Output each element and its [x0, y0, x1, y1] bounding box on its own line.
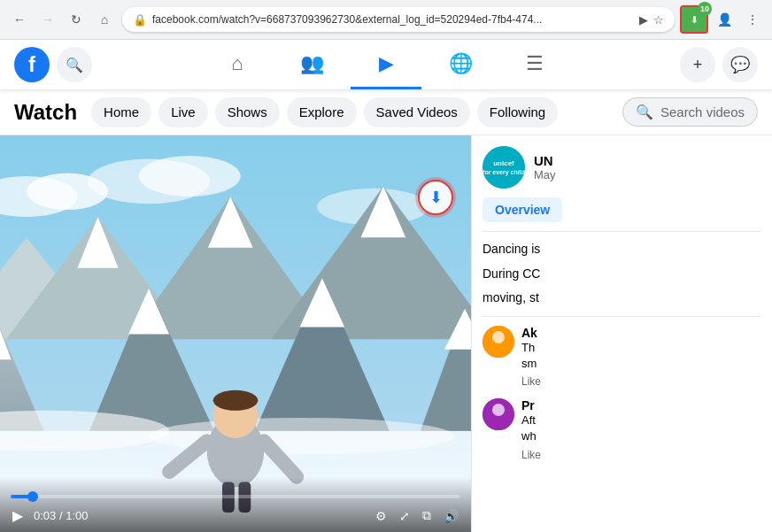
- facebook-logo[interactable]: f: [14, 47, 50, 82]
- menu-icon: ☰: [526, 52, 544, 75]
- video-scene: [0, 135, 471, 532]
- right-sidebar: unicef for every child UN May Overview D…: [471, 135, 772, 532]
- download-button[interactable]: ⬇: [418, 180, 453, 215]
- bookmark-icon: ☆: [653, 13, 664, 27]
- video-controls: ▶ 0:03 / 1:00 ⚙ ⤢ ⧉ 🔊: [0, 477, 471, 532]
- groups-icon: 🌐: [449, 52, 473, 75]
- address-bar[interactable]: 🔒 facebook.com/watch?v=668737093962730&e…: [122, 7, 675, 32]
- fb-nav-right: + 💬: [680, 47, 758, 82]
- nav-tab-groups[interactable]: 🌐: [425, 40, 496, 89]
- friends-icon: 👥: [300, 52, 324, 75]
- comment-like-2[interactable]: Like: [521, 449, 541, 461]
- settings-button[interactable]: ⚙: [374, 507, 389, 525]
- channel-date: May: [534, 168, 761, 181]
- fullscreen-button[interactable]: ⤢: [398, 507, 412, 525]
- watch-icon: ▶: [379, 52, 394, 75]
- divider-2: [482, 316, 761, 317]
- description-line-3: moving, st: [482, 289, 761, 307]
- time-display: 0:03 / 1:00: [34, 509, 365, 522]
- comment-actions-1: Like: [521, 375, 761, 388]
- watch-live-btn[interactable]: Live: [158, 97, 208, 127]
- watch-home-btn[interactable]: Home: [91, 97, 151, 127]
- nav-tab-watch[interactable]: ▶: [351, 40, 421, 89]
- translate-icon: ▶: [639, 13, 648, 27]
- commenter-name-2: Pr: [521, 398, 761, 412]
- channel-row: unicef for every child UN May: [482, 146, 761, 189]
- comment-content-2: Pr Aft wh Like: [521, 398, 761, 460]
- description-line-2: During CC: [482, 266, 761, 283]
- profile-button[interactable]: 👤: [712, 7, 737, 32]
- extension-button[interactable]: ⬇ 10: [680, 5, 708, 34]
- comment-avatar-1: [482, 326, 514, 358]
- volume-button[interactable]: 🔊: [442, 507, 460, 525]
- channel-avatar: unicef for every child: [482, 146, 525, 189]
- nav-tab-friends[interactable]: 👥: [276, 40, 347, 89]
- comment-item-2: Pr Aft wh Like: [482, 398, 761, 460]
- comment-like-1[interactable]: Like: [521, 375, 541, 388]
- watch-bar: Watch Home Live Shows Explore Saved Vide…: [0, 89, 772, 135]
- svg-text:unicef: unicef: [493, 159, 514, 167]
- watch-title: Watch: [14, 100, 77, 125]
- facebook-nav: f 🔍 ⌂ 👥 ▶ 🌐 ☰ + 💬: [0, 40, 772, 89]
- svg-point-4: [139, 156, 241, 197]
- progress-thumb: [27, 491, 38, 502]
- messenger-button[interactable]: 💬: [722, 47, 758, 82]
- video-area[interactable]: ⬇ ▶ 0:03 / 1:00 ⚙ ⤢ ⧉ 🔊: [0, 135, 471, 532]
- fb-nav-center: ⌂ 👥 ▶ 🌐 ☰: [92, 40, 680, 89]
- overview-button[interactable]: Overview: [482, 197, 562, 222]
- commenter-name-1: Ak: [521, 326, 761, 340]
- svg-rect-31: [482, 146, 525, 189]
- divider-1: [482, 231, 761, 232]
- comment-item: Ak Th sm Like: [482, 326, 761, 388]
- toolbar-actions: ⬇ 10 👤 ⋮: [680, 5, 765, 34]
- comment-text-2: Aft wh: [521, 412, 761, 444]
- download-icon: ⬇: [429, 188, 443, 207]
- nav-tab-menu[interactable]: ☰: [499, 40, 570, 89]
- browser-toolbar: ← → ↻ ⌂ 🔒 facebook.com/watch?v=668737093…: [0, 0, 772, 39]
- search-text: Search videos: [660, 104, 745, 120]
- home-button[interactable]: ⌂: [92, 7, 117, 32]
- svg-point-37: [492, 404, 505, 416]
- watch-search[interactable]: 🔍 Search videos: [622, 97, 758, 127]
- pip-button[interactable]: ⧉: [421, 506, 433, 525]
- comment-text-1: Th sm: [521, 340, 761, 372]
- browser-chrome: ← → ↻ ⌂ 🔒 facebook.com/watch?v=668737093…: [0, 0, 772, 40]
- svg-point-28: [213, 390, 259, 411]
- watch-explore-btn[interactable]: Explore: [287, 97, 357, 127]
- play-button[interactable]: ▶: [11, 505, 25, 526]
- extension-badge: 10: [698, 2, 712, 16]
- comment-content-1: Ak Th sm Like: [521, 326, 761, 388]
- nav-buttons: ← → ↻ ⌂: [7, 7, 117, 32]
- search-icon: 🔍: [636, 104, 653, 120]
- main-content: ⬇ ▶ 0:03 / 1:00 ⚙ ⤢ ⧉ 🔊: [0, 135, 772, 532]
- lock-icon: 🔒: [133, 13, 147, 27]
- address-icons: ▶ ☆: [639, 13, 664, 27]
- back-button[interactable]: ←: [7, 7, 32, 32]
- channel-name: UN: [534, 153, 761, 168]
- more-button[interactable]: ⋮: [740, 7, 765, 32]
- fb-search-button[interactable]: 🔍: [57, 47, 92, 82]
- progress-fill: [11, 495, 33, 498]
- watch-following-btn[interactable]: Following: [477, 97, 558, 127]
- comment-actions-2: Like: [521, 449, 761, 461]
- nav-tab-home[interactable]: ⌂: [202, 40, 273, 89]
- progress-bar[interactable]: [11, 495, 460, 498]
- svg-text:for every child: for every child: [482, 169, 525, 176]
- url-text: facebook.com/watch?v=668737093962730&ext…: [152, 13, 639, 26]
- refresh-button[interactable]: ↻: [64, 7, 89, 32]
- watch-saved-btn[interactable]: Saved Videos: [364, 97, 470, 127]
- controls-row: ▶ 0:03 / 1:00 ⚙ ⤢ ⧉ 🔊: [11, 505, 460, 526]
- comment-avatar-2: [482, 398, 514, 430]
- channel-info: UN May: [534, 153, 761, 181]
- description-line-1: Dancing is: [482, 241, 761, 258]
- forward-button[interactable]: →: [35, 7, 60, 32]
- plus-button[interactable]: +: [680, 47, 715, 82]
- home-icon: ⌂: [231, 52, 243, 75]
- watch-shows-btn[interactable]: Shows: [215, 97, 280, 127]
- svg-point-35: [492, 331, 505, 343]
